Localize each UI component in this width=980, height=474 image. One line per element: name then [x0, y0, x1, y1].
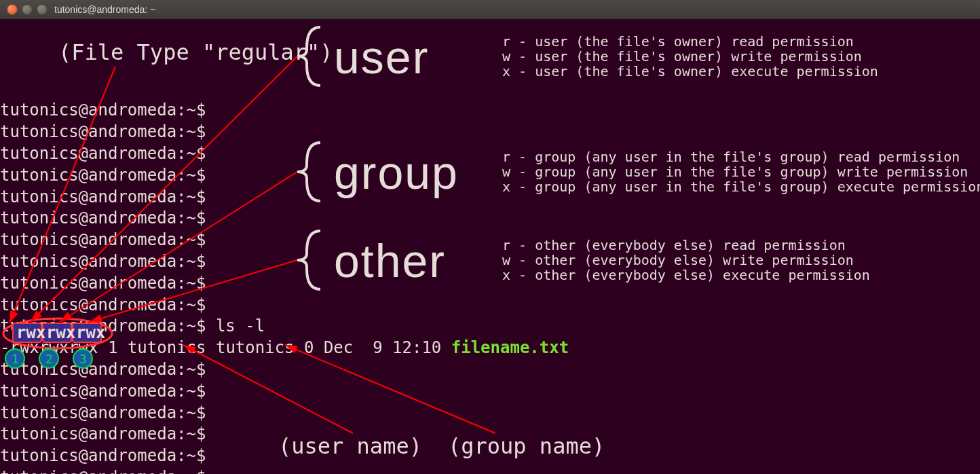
perm-user: rwx: [10, 338, 39, 357]
perm-group: rwx: [39, 338, 69, 357]
prompt-line: tutonics@andromeda:~$: [0, 295, 206, 314]
ls-command: ls -l: [216, 316, 265, 335]
prompt-line: tutonics@andromeda:~$: [0, 316, 206, 335]
prompt-line: tutonics@andromeda:~$: [0, 166, 206, 185]
ls-date: Dec 9 12:10: [324, 338, 441, 357]
perm-filetype: -: [0, 338, 10, 357]
terminal-output[interactable]: tutonics@andromeda:~$ tutonics@andromeda…: [0, 35, 980, 474]
prompt-line: tutonics@andromeda:~$: [0, 382, 206, 401]
prompt-line: tutonics@andromeda:~$: [0, 403, 206, 422]
prompt-line: tutonics@andromeda:~$: [0, 101, 206, 120]
prompt-line: tutonics@andromeda:~$: [0, 144, 206, 163]
prompt-line: tutonics@andromeda:~$: [0, 446, 206, 465]
prompt-line: tutonics@andromeda:~$: [0, 230, 206, 249]
ls-filename: filename.txt: [451, 338, 569, 357]
prompt-line: tutonics@andromeda:~$: [0, 274, 206, 293]
perm-other: rwx: [69, 338, 98, 357]
prompt-line: tutonics@andromeda:~$: [0, 122, 206, 141]
window-close-button[interactable]: [7, 4, 18, 15]
window-minimize-button[interactable]: [22, 4, 33, 15]
prompt-line: tutonics@andromeda:~$: [0, 208, 206, 227]
prompt-line: tutonics@andromeda:~$: [0, 252, 206, 271]
ls-links: 1: [108, 338, 117, 357]
prompt-line: tutonics@andromeda:~$: [0, 424, 206, 443]
window-maximize-button[interactable]: [37, 4, 48, 15]
ls-owner: tutonics: [128, 338, 206, 357]
prompt-line: tutonics@andromeda:~$: [0, 360, 206, 379]
ls-group: tutonics: [216, 338, 295, 357]
prompt-line: tutonics@andromeda:~$: [0, 468, 206, 474]
window-titlebar: tutonics@andromeda: ~: [0, 0, 980, 19]
ls-size: 0: [304, 338, 314, 357]
window-title: tutonics@andromeda: ~: [54, 4, 155, 15]
prompt-line: tutonics@andromeda:~$: [0, 187, 206, 206]
